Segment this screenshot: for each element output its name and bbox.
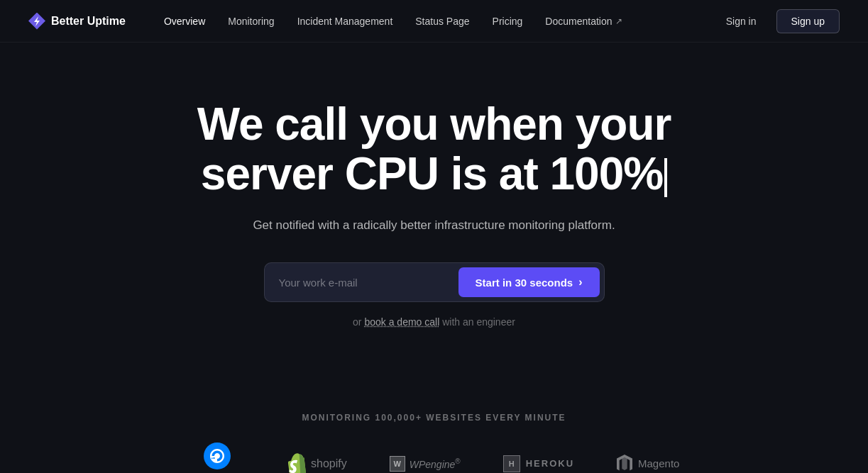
- shopify-name: shopify: [311, 457, 347, 470]
- lightning-icon: [28, 13, 45, 30]
- cta-form: Start in 30 seconds ›: [264, 262, 605, 302]
- hero-subtitle: Get notified with a radically better inf…: [253, 216, 615, 235]
- brand-wpengine: W WPengine®: [390, 456, 461, 472]
- nav-link-pricing[interactable]: Pricing: [483, 10, 533, 33]
- cursor: [664, 158, 667, 196]
- brand-heroku: H HEROKU: [503, 455, 574, 472]
- heroku-icon: H HEROKU: [503, 455, 574, 472]
- nav-link-documentation[interactable]: Documentation ↗: [535, 10, 632, 33]
- monitoring-label: MONITORING 100,000+ WEBSITES EVERY MINUT…: [302, 413, 566, 423]
- demo-text: or book a demo call with an engineer: [353, 316, 515, 328]
- nav-link-status[interactable]: Status Page: [405, 10, 479, 33]
- magento-name: Magento: [638, 457, 679, 469]
- nav-actions: Sign in Sign up: [715, 9, 840, 33]
- email-input[interactable]: [279, 271, 454, 294]
- svg-marker-0: [34, 16, 40, 26]
- nav-link-monitoring[interactable]: Monitoring: [218, 10, 284, 33]
- brand-logo[interactable]: Better Uptime: [28, 13, 126, 30]
- cta-button[interactable]: Start in 30 seconds ›: [458, 267, 600, 297]
- navbar: Better Uptime Overview Monitoring Incide…: [0, 0, 868, 43]
- brand-shopify: shopify: [288, 453, 347, 473]
- hero-title: We call you when your server CPU is at 1…: [197, 99, 671, 199]
- wpengine-name: WPengine®: [410, 457, 461, 470]
- arrow-icon: ›: [578, 276, 582, 289]
- external-link-icon: ↗: [615, 16, 622, 26]
- social-proof: MONITORING 100,000+ WEBSITES EVERY MINUT…: [0, 413, 868, 473]
- demo-link[interactable]: book a demo call: [364, 316, 439, 328]
- signup-button[interactable]: Sign up: [776, 9, 840, 33]
- magento-icon: Magento: [617, 455, 679, 473]
- signin-button[interactable]: Sign in: [715, 10, 768, 33]
- nav-link-incident[interactable]: Incident Management: [287, 10, 403, 33]
- shopify-icon: shopify: [288, 453, 347, 473]
- digitalocean-icon: [204, 443, 231, 469]
- brand-digitalocean: DigitalOcean: [189, 443, 246, 473]
- hero-section: We call you when your server CPU is at 1…: [0, 43, 868, 413]
- heroku-name: HEROKU: [526, 458, 574, 469]
- brand-magento: Magento: [617, 455, 679, 473]
- nav-links: Overview Monitoring Incident Management …: [154, 10, 715, 33]
- brand-name: Better Uptime: [51, 15, 126, 28]
- wpengine-icon: W WPengine®: [390, 456, 461, 472]
- nav-link-overview[interactable]: Overview: [154, 10, 215, 33]
- brand-logos: DigitalOcean shopify W WPengine® H: [189, 443, 680, 473]
